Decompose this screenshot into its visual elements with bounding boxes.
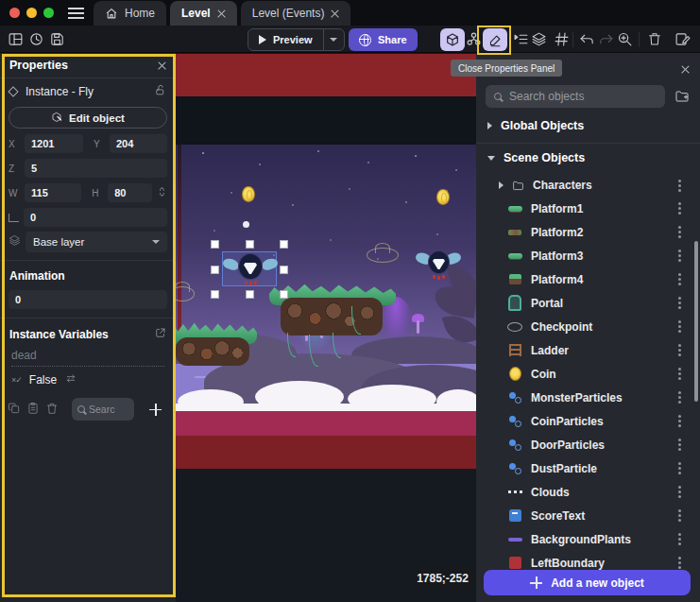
folder-characters[interactable]: Characters	[476, 174, 700, 197]
object-list-item[interactable]: Platform4	[476, 267, 700, 291]
row-menu-icon[interactable]	[678, 278, 681, 281]
draw-mode-button[interactable]	[483, 28, 507, 51]
objects-search[interactable]	[486, 85, 665, 108]
add-object-button[interactable]: Add a new object	[484, 570, 691, 595]
close-tab-icon[interactable]	[331, 9, 339, 18]
top-boundary[interactable]	[176, 54, 476, 96]
group-global-objects[interactable]: Global Objects	[476, 114, 700, 137]
expander-icon[interactable]	[499, 181, 504, 189]
selection-handle[interactable]	[280, 266, 288, 274]
selection-handle[interactable]	[211, 240, 219, 249]
panel-layout-icon[interactable]	[6, 29, 25, 48]
object-list-item[interactable]: CoinParticles	[476, 409, 700, 433]
row-menu-icon[interactable]	[678, 184, 681, 187]
row-menu-icon[interactable]	[678, 207, 681, 210]
save-icon[interactable]	[47, 29, 66, 48]
history-icon[interactable]	[26, 29, 45, 48]
share-button[interactable]: Share	[349, 28, 418, 51]
object-list-item[interactable]: Ladder	[476, 338, 700, 362]
variables-search[interactable]	[72, 398, 134, 421]
selection-handle[interactable]	[211, 266, 219, 274]
undo-icon[interactable]	[577, 29, 596, 48]
variable-value[interactable]: False	[29, 373, 57, 387]
close-window-button[interactable]	[9, 8, 20, 18]
tab-level-events[interactable]: Level (Events)	[241, 1, 351, 26]
height-input[interactable]	[108, 183, 152, 202]
object-list-item[interactable]: DoorParticles	[476, 433, 700, 456]
variables-search-input[interactable]	[89, 404, 115, 415]
notes-edit-icon[interactable]	[673, 29, 691, 48]
delete-variable-icon[interactable]	[45, 402, 59, 418]
level-canvas[interactable]: 1785;-252	[176, 53, 476, 602]
variable-name[interactable]: dead	[11, 349, 164, 367]
close-objects-icon[interactable]	[681, 65, 690, 74]
object-list-item[interactable]: Platform2	[476, 220, 700, 244]
row-menu-icon[interactable]	[678, 443, 681, 446]
expander-icon[interactable]	[487, 122, 492, 129]
add-variable-icon[interactable]	[149, 404, 162, 416]
fly-object-selected[interactable]	[225, 251, 276, 285]
selection-handle[interactable]	[280, 290, 288, 299]
row-menu-icon[interactable]	[678, 325, 681, 328]
maximize-window-button[interactable]	[43, 8, 54, 18]
row-menu-icon[interactable]	[678, 301, 681, 304]
checkpoint-outline[interactable]	[367, 248, 399, 263]
scrollbar-thumb[interactable]	[694, 241, 698, 402]
outline-icon[interactable]	[511, 29, 530, 48]
add-folder-icon[interactable]	[674, 89, 691, 104]
group-scene-objects[interactable]: Scene Objects	[476, 146, 700, 169]
preview-dropdown-button[interactable]	[323, 29, 344, 50]
row-menu-icon[interactable]	[678, 420, 681, 422]
angle-input[interactable]	[24, 208, 167, 227]
object-list-item[interactable]: Clouds	[476, 480, 700, 504]
aspect-link-icon[interactable]	[157, 185, 167, 201]
object-list-item[interactable]: Platform3	[476, 244, 700, 267]
swap-icon[interactable]	[64, 373, 77, 387]
external-link-icon[interactable]	[155, 327, 166, 341]
object-list-item[interactable]: DustParticle	[476, 456, 700, 480]
object-list-item[interactable]: MonsterParticles	[476, 386, 700, 409]
row-menu-icon[interactable]	[678, 561, 681, 564]
width-input[interactable]	[25, 183, 81, 202]
hierarchy-icon[interactable]	[464, 29, 483, 48]
expander-icon[interactable]	[487, 156, 495, 161]
copy-icon[interactable]	[8, 402, 21, 418]
preview-button[interactable]: Preview	[248, 29, 323, 50]
row-menu-icon[interactable]	[678, 254, 681, 257]
delete-icon[interactable]	[645, 29, 664, 48]
coin-object[interactable]	[436, 189, 450, 205]
layer-dropdown[interactable]: Base layer	[26, 232, 167, 252]
x-input[interactable]	[25, 134, 83, 153]
row-menu-icon[interactable]	[678, 372, 681, 375]
object-list-item[interactable]: Coin	[476, 362, 700, 386]
grid-icon[interactable]	[552, 29, 571, 48]
row-menu-icon[interactable]	[678, 231, 681, 233]
3d-mode-button[interactable]	[440, 28, 465, 51]
edit-object-button[interactable]: Edit object	[9, 107, 167, 129]
tab-home[interactable]: Home	[94, 1, 166, 26]
row-menu-icon[interactable]	[678, 514, 681, 517]
platform-object[interactable]	[269, 280, 396, 338]
close-properties-icon[interactable]	[158, 61, 166, 70]
selection-handle[interactable]	[246, 240, 254, 249]
object-list-item[interactable]: Portal	[476, 291, 700, 315]
z-input[interactable]	[25, 159, 167, 178]
selection-handle[interactable]	[246, 290, 254, 299]
selection-handle[interactable]	[280, 240, 288, 249]
coin-object[interactable]	[242, 186, 255, 202]
row-menu-icon[interactable]	[678, 349, 681, 352]
zoom-in-icon[interactable]	[615, 29, 634, 48]
row-menu-icon[interactable]	[678, 490, 681, 493]
object-list-item[interactable]: Checkpoint	[476, 315, 700, 338]
paste-icon[interactable]	[26, 402, 40, 418]
layers-icon[interactable]	[529, 29, 548, 48]
row-menu-icon[interactable]	[678, 396, 681, 399]
object-list-item[interactable]: BackgroundPlants	[476, 527, 700, 551]
object-list-item[interactable]: ScoreText	[476, 504, 700, 527]
row-menu-icon[interactable]	[678, 467, 681, 470]
close-tab-icon[interactable]	[217, 9, 226, 18]
objects-search-input[interactable]	[509, 90, 657, 103]
platform-object[interactable]	[176, 318, 257, 368]
minimize-window-button[interactable]	[26, 8, 37, 18]
lock-open-icon[interactable]	[154, 84, 166, 99]
